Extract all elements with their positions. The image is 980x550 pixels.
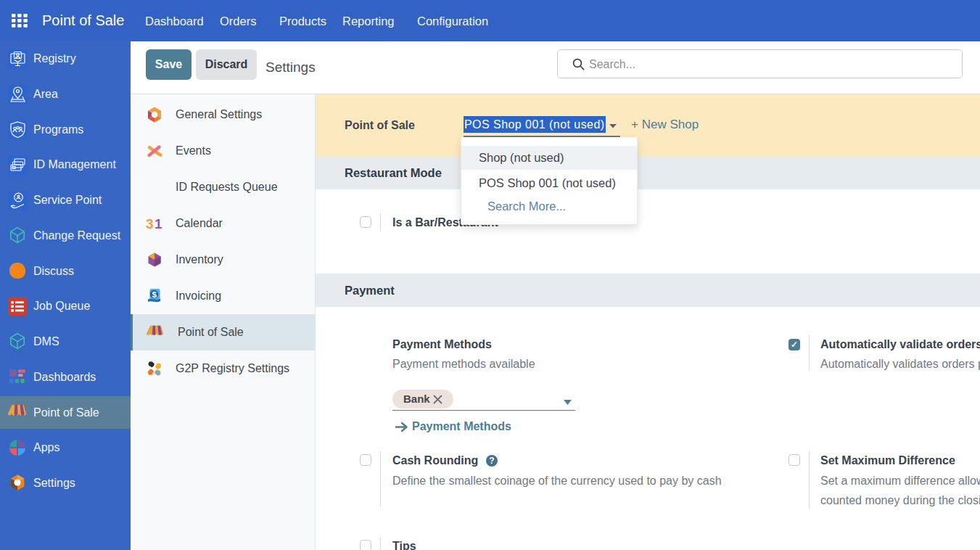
svg-text:1: 1 <box>155 216 162 231</box>
svg-text:3: 3 <box>146 216 154 231</box>
svg-text:$: $ <box>152 290 157 299</box>
